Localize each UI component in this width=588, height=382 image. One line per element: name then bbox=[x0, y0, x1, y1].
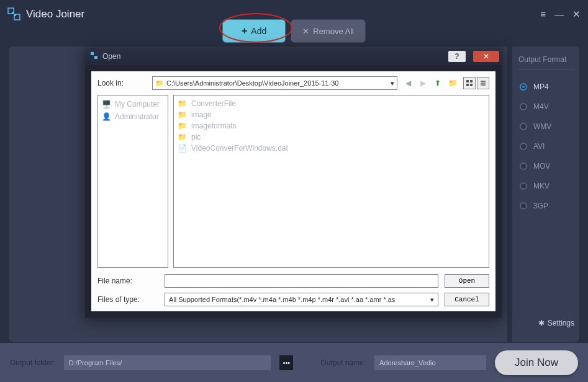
remove-all-button[interactable]: ✕ Remove All bbox=[291, 19, 366, 43]
format-option-mp4[interactable]: MP4 bbox=[517, 77, 574, 97]
format-option-3gp[interactable]: 3GP bbox=[517, 196, 574, 216]
radio-icon bbox=[520, 83, 527, 91]
file-item[interactable]: 📁ConverterFile bbox=[176, 98, 486, 109]
chevron-down-icon: ▾ bbox=[430, 296, 434, 304]
svg-rect-8 bbox=[466, 84, 469, 86]
dialog-help-button[interactable]: ? bbox=[448, 51, 466, 62]
radio-icon bbox=[520, 202, 527, 210]
chevron-down-icon: ▾ bbox=[391, 79, 394, 87]
computer-icon: 🖥️ bbox=[102, 100, 111, 109]
format-option-avi[interactable]: AVI bbox=[517, 136, 574, 156]
folder-icon: 📁 bbox=[178, 110, 188, 119]
radio-icon bbox=[520, 182, 527, 190]
svg-rect-7 bbox=[470, 80, 473, 82]
dialog-close-button[interactable]: ✕ bbox=[473, 51, 499, 62]
tree-item[interactable]: 👤Administrator bbox=[101, 110, 165, 123]
file-type-combo[interactable]: All Supported Formats(*.m4v *.m4a *.m4b … bbox=[165, 293, 438, 306]
svg-rect-9 bbox=[470, 84, 473, 86]
view-list-button[interactable] bbox=[477, 77, 489, 89]
tree-item[interactable]: 🖥️My Computer bbox=[101, 98, 165, 110]
folder-icon: 📁 bbox=[178, 99, 188, 108]
dialog-title: Open bbox=[102, 52, 120, 61]
format-title: Output Format bbox=[517, 53, 574, 69]
add-button[interactable]: + Add bbox=[222, 19, 286, 43]
file-item[interactable]: 📄VideoConverForWindows.dat bbox=[176, 143, 486, 154]
svg-rect-6 bbox=[466, 80, 469, 82]
lookin-label: Look in: bbox=[97, 79, 147, 87]
close-icon[interactable]: ✕ bbox=[572, 9, 581, 20]
folder-icon: 📁 bbox=[155, 79, 164, 87]
format-option-wmv[interactable]: WMV bbox=[517, 117, 574, 136]
output-name-label: Output name: bbox=[320, 358, 366, 367]
file-item[interactable]: 📁imageformats bbox=[176, 120, 486, 131]
format-option-mov[interactable]: MOV bbox=[517, 156, 574, 176]
nav-back-icon[interactable]: ◀ bbox=[402, 78, 414, 89]
file-name-label: File name: bbox=[97, 277, 158, 285]
settings-link[interactable]: ✱ Settings bbox=[538, 319, 574, 327]
app-title: Video Joiner bbox=[26, 8, 84, 20]
nav-forward-icon[interactable]: ▶ bbox=[417, 78, 428, 89]
minimize-icon[interactable]: — bbox=[554, 9, 564, 20]
folder-icon: 📁 bbox=[178, 122, 188, 130]
output-folder-label: Output folder: bbox=[10, 358, 55, 367]
output-name-field[interactable]: Adoreshare_Vedio bbox=[374, 355, 486, 370]
folder-tree[interactable]: 🖥️My Computer👤Administrator bbox=[97, 95, 168, 268]
svg-rect-3 bbox=[14, 14, 16, 16]
cancel-button[interactable]: Cancel bbox=[445, 293, 489, 306]
folder-icon: 📁 bbox=[178, 133, 188, 141]
file-type-label: Files of type: bbox=[97, 295, 158, 304]
dialog-icon bbox=[90, 51, 99, 62]
open-file-dialog: Open ? ✕ Look in: 📁 C:\Users\Administrat… bbox=[85, 48, 502, 318]
file-item[interactable]: 📁pic bbox=[176, 131, 486, 143]
gear-icon: ✱ bbox=[538, 319, 545, 327]
open-button[interactable]: Open bbox=[445, 274, 489, 288]
user-icon: 👤 bbox=[102, 112, 111, 121]
format-option-mkv[interactable]: MKV bbox=[517, 176, 574, 196]
file-icon: 📄 bbox=[178, 144, 188, 153]
join-now-button[interactable]: Join Now bbox=[495, 350, 578, 375]
file-name-input[interactable] bbox=[165, 274, 438, 288]
x-icon: ✕ bbox=[302, 27, 309, 36]
output-folder-field[interactable]: D:/Program Files/ bbox=[64, 355, 271, 370]
radio-icon bbox=[520, 103, 527, 110]
file-item[interactable]: 📁image bbox=[176, 109, 486, 120]
lookin-combo[interactable]: 📁 C:\Users\Administrator\Desktop\VideoJo… bbox=[152, 76, 397, 90]
radio-icon bbox=[520, 123, 527, 130]
radio-icon bbox=[520, 143, 527, 150]
file-list[interactable]: 📁ConverterFile📁image📁imageformats📁pic📄Vi… bbox=[173, 95, 489, 268]
browse-button[interactable]: ••• bbox=[279, 355, 293, 370]
output-format-panel: Output Format MP4M4VWMVAVIMOVMKV3GP bbox=[512, 47, 579, 342]
menu-icon[interactable]: ≡ bbox=[540, 9, 546, 20]
svg-rect-5 bbox=[94, 56, 97, 59]
svg-rect-4 bbox=[91, 52, 94, 55]
new-folder-icon[interactable]: 📁 bbox=[447, 78, 458, 89]
svg-rect-2 bbox=[12, 12, 14, 14]
nav-up-icon[interactable]: ⬆ bbox=[432, 78, 443, 89]
plus-icon: + bbox=[242, 25, 247, 37]
radio-icon bbox=[520, 162, 527, 170]
format-option-m4v[interactable]: M4V bbox=[517, 97, 574, 117]
view-icons-button[interactable] bbox=[463, 77, 476, 89]
